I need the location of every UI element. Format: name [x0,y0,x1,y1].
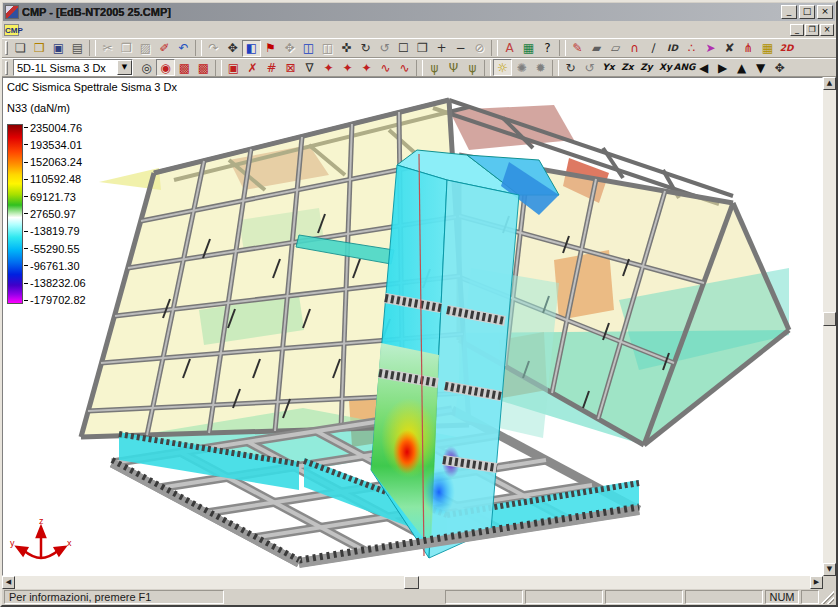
image-capture-icon[interactable]: ▦ [519,40,538,57]
lower-icon[interactable]: ▼ [751,59,770,76]
deselect-icon[interactable]: ✗ [243,59,262,76]
select-window-icon[interactable]: ▩ [175,59,194,76]
menu-dati-generali[interactable] [83,29,95,31]
zoom-previous-icon[interactable]: ⚑ [261,40,280,57]
close-button[interactable]: × [817,5,833,19]
select-label-icon[interactable]: A [500,40,519,57]
scroll-down-icon[interactable]: ▼ [823,563,836,576]
combo-dropdown-icon[interactable]: ▼ [117,60,132,75]
grab-icon[interactable]: ✥ [280,40,299,57]
lamp-off-icon[interactable]: ✹ [531,59,550,76]
menu-visualizza[interactable] [47,29,59,31]
pan-hand-icon[interactable]: ✥ [223,40,242,57]
menu-modellazione[interactable] [95,29,107,31]
filter-icon[interactable]: ∇ [300,59,319,76]
view-zy-icon[interactable]: Zy [637,59,656,76]
twod-view-icon[interactable]: 2D [777,40,796,57]
menu-help[interactable] [167,29,179,31]
view-zx-icon[interactable]: Zx [618,59,637,76]
wireframe-view-icon[interactable]: ▱ [606,40,625,57]
curve-multi-icon[interactable]: ∿ [395,59,414,76]
zoom-in-icon[interactable]: + [432,40,451,57]
draw-mode1-icon[interactable]: ψ [425,59,444,76]
select-shells-icon[interactable]: ✦ [357,59,376,76]
zoom-out-icon[interactable]: − [451,40,470,57]
zoom-window-icon[interactable]: ◧ [242,40,261,57]
tile-windows-icon[interactable]: ◫ [299,40,318,57]
toolbar-grip[interactable] [5,41,8,55]
menu-disegno[interactable] [131,29,143,31]
menu-file[interactable] [23,29,35,31]
print-icon[interactable]: ▤ [68,40,87,57]
select-previous-icon[interactable]: ⊠ [281,59,300,76]
orbit-view-icon[interactable]: ↻ [561,59,580,76]
id-icon[interactable]: ID [663,40,682,57]
select-nodes-icon[interactable]: ✦ [319,59,338,76]
lamp-on-icon[interactable]: ☼ [493,59,512,76]
minimize-button[interactable]: _ [781,5,797,19]
pencil-icon[interactable]: ✎ [568,40,587,57]
mdi-restore-button[interactable]: ❐ [805,24,819,36]
lamp-half-icon[interactable]: ✺ [512,59,531,76]
cascade-icon[interactable]: ❐ [413,40,432,57]
resize-grip[interactable] [821,590,834,604]
draw-mode3-icon[interactable]: ψ [463,59,482,76]
select-polygon-icon[interactable]: ▩ [194,59,213,76]
vscroll-thumb[interactable] [823,312,836,326]
measure-icon[interactable]: ∕ [644,40,663,57]
orbit-icon[interactable]: ↺ [375,40,394,57]
select-single-icon[interactable]: ▣ [224,59,243,76]
menu-selezioni[interactable] [59,29,71,31]
maximize-button[interactable]: □ [799,5,815,19]
dart-icon[interactable]: ➤ [701,40,720,57]
mdi-document-icon[interactable]: CMP [4,24,19,36]
release-icon[interactable]: ⋔ [739,40,758,57]
scroll-up-icon[interactable]: ▲ [823,77,836,90]
title-bar[interactable]: CMP - [EdB-NT2005 25.CMP] _ □ × [3,3,835,21]
cut-icon[interactable]: ✂ [98,40,117,57]
menu-finestra[interactable] [71,29,83,31]
load-case-combo[interactable]: 5D-1L Sisma 3 Dx ▼ [13,59,133,76]
menu-entita[interactable] [107,29,119,31]
redo-icon[interactable]: ↷ [204,40,223,57]
rotate-icon[interactable]: ↻ [356,40,375,57]
vertical-scrollbar[interactable]: ▲ ▼ [823,77,836,576]
move-icon[interactable]: ✜ [337,40,356,57]
menu-strumenti[interactable] [119,29,131,31]
section-icon[interactable]: ∩ [625,40,644,57]
copy-icon[interactable]: ❐ [117,40,136,57]
select-beams-icon[interactable]: ✦ [338,59,357,76]
solid-view-icon[interactable]: ▰ [587,40,606,57]
help-pointer-icon[interactable]: ? [538,40,557,57]
table-icon[interactable]: ▦ [758,40,777,57]
zoom-select-icon[interactable]: ◎ [137,59,156,76]
mdi-close-button[interactable]: × [820,24,834,36]
zoom-realtime-icon[interactable]: ⊘ [470,40,489,57]
hscroll-thumb[interactable] [404,576,419,589]
menu-opzioni[interactable] [143,29,155,31]
menu-modifica[interactable] [35,29,47,31]
pane-icon[interactable]: ◫ [318,40,337,57]
vscroll-track[interactable] [823,90,836,563]
step-back-icon[interactable]: ◀ [694,59,713,76]
undo-icon[interactable]: ↶ [174,40,193,57]
pan-view-icon[interactable]: ✥ [770,59,789,76]
view-xy-icon[interactable]: Xy [656,59,675,76]
paste-icon[interactable]: ▨ [136,40,155,57]
break-node-icon[interactable]: ✘ [720,40,739,57]
open-folder-icon[interactable]: ❒ [30,40,49,57]
view-yx-icon[interactable]: Yx [599,59,618,76]
mdi-minimize-button[interactable]: _ [790,24,804,36]
select-fence-icon[interactable]: # [262,59,281,76]
drawing-canvas[interactable]: z y x CdC Sismica Spettrale Sisma 3 Dx N… [2,77,823,576]
polyline-icon[interactable]: ∴ [682,40,701,57]
raise-icon[interactable]: ▲ [732,59,751,76]
zoom-entity-icon[interactable]: ◉ [156,59,175,76]
toolbar-grip-2[interactable] [5,61,8,75]
new-file-icon[interactable]: ❏ [11,40,30,57]
menu-cisi[interactable] [155,29,167,31]
draw-mode2-icon[interactable]: Ψ [444,59,463,76]
step-forward-icon[interactable]: ▶ [713,59,732,76]
curve-single-icon[interactable]: ∿ [376,59,395,76]
orbit-back-icon[interactable]: ↺ [580,59,599,76]
